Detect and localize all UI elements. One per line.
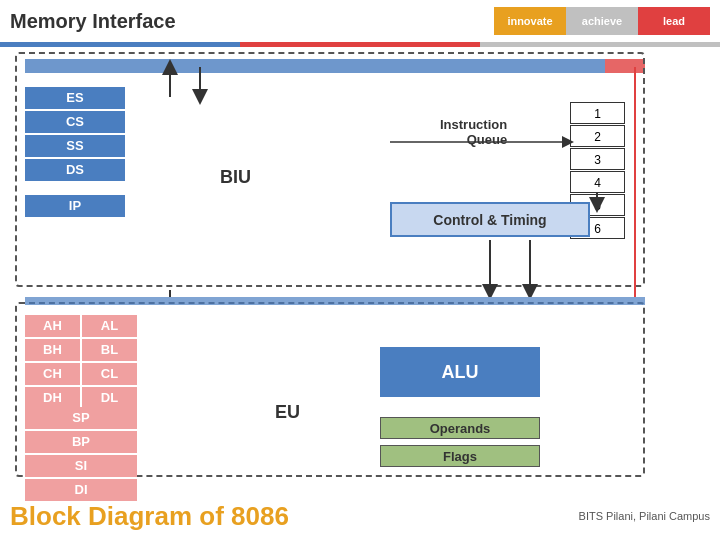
logo-lead: lead	[638, 7, 710, 35]
reg-ch: CH	[25, 363, 80, 385]
diagram: ES CS SS DS IP BIU Instruction Queue 1 2…	[10, 47, 710, 490]
reg-bl: BL	[82, 339, 137, 361]
seg-reg-es: ES	[25, 87, 125, 109]
block-diagram-title: Block Diagram of 8086	[10, 501, 289, 532]
iq-cell-2: 2	[570, 125, 625, 147]
logo-area: innovate achieve lead	[494, 7, 710, 35]
iq-cell-4: 4	[570, 171, 625, 193]
pointer-registers: SP BP SI DI	[25, 407, 137, 503]
operands-box: Operands	[380, 417, 540, 439]
logo-innovate: innovate	[494, 7, 566, 35]
gp-registers: AH AL BH BL CH CL DH DL	[25, 315, 137, 409]
alu-box: ALU	[380, 347, 540, 397]
flags-box: Flags	[380, 445, 540, 467]
seg-reg-cs: CS	[25, 111, 125, 133]
reg-ah: AH	[25, 315, 80, 337]
bottom-bar: Block Diagram of 8086 BITS Pilani, Pilan…	[0, 492, 720, 540]
ip-register: IP	[25, 195, 125, 217]
iq-label-line1: Instruction	[440, 117, 507, 132]
seg-reg-ss: SS	[25, 135, 125, 157]
control-timing-box: Control & Timing	[390, 202, 590, 237]
seg-reg-ds: DS	[25, 159, 125, 181]
reg-al: AL	[82, 315, 137, 337]
bits-logo: BITS Pilani, Pilani Campus	[579, 510, 710, 522]
reg-bh: BH	[25, 339, 80, 361]
eu-label: EU	[275, 402, 300, 423]
header: Memory Interface innovate achieve lead	[0, 0, 720, 42]
iq-cell-1: 1	[570, 102, 625, 124]
logo-achieve: achieve	[566, 7, 638, 35]
reg-bp: BP	[25, 431, 137, 453]
internal-bus	[25, 297, 645, 305]
biu-label: BIU	[220, 167, 251, 188]
reg-sp: SP	[25, 407, 137, 429]
ip-reg: IP	[25, 195, 125, 217]
page-title: Memory Interface	[10, 10, 176, 33]
iq-cell-3: 3	[570, 148, 625, 170]
reg-cl: CL	[82, 363, 137, 385]
reg-dh: DH	[25, 387, 80, 409]
iq-label: Instruction Queue	[440, 117, 507, 147]
reg-dl: DL	[82, 387, 137, 409]
iq-label-line2: Queue	[467, 132, 507, 147]
segment-registers: ES CS SS DS	[25, 87, 125, 183]
reg-si: SI	[25, 455, 137, 477]
